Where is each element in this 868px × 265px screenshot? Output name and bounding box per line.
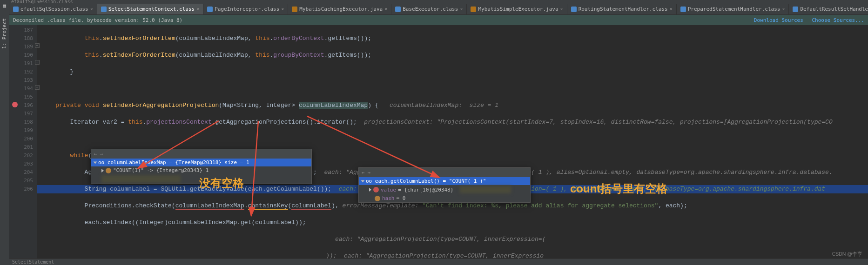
line-number[interactable]: 192 (9, 68, 33, 76)
code-line-191: private void setIndexForAggregationProje… (37, 101, 868, 110)
popup-header[interactable]: oo columnLabelIndexMap = {TreeMap@20318}… (91, 159, 311, 166)
line-number[interactable]: 197 (9, 110, 33, 118)
forward-icon[interactable]: → (100, 151, 103, 157)
editor: 187 188 189 190 191 192 193 194 195 196 … (9, 25, 868, 258)
choose-sources-link[interactable]: Choose Sources... (812, 17, 864, 23)
popup-toolbar[interactable]: ←→ (359, 168, 530, 177)
expand-icon[interactable] (94, 161, 97, 164)
code-line-199: each: "AggregationProjection(type=COUNT,… (37, 235, 868, 244)
line-number[interactable]: 187 (9, 26, 33, 34)
file-icon (571, 7, 577, 12)
code-line-189: } (37, 68, 868, 76)
editor-tabs: efaultSqlSession.class× SelectStatementC… (9, 4, 868, 15)
expand-icon[interactable] (361, 180, 365, 182)
decompiled-banner-text: Decompiled .class file, bytecode version… (13, 17, 182, 23)
breakpoint-icon[interactable] (12, 102, 18, 107)
expand-icon[interactable] (101, 169, 104, 172)
tab-default-result-set-handler[interactable]: DefaultResultSetHandler.class× (789, 4, 868, 14)
line-number[interactable]: 190 (9, 51, 33, 60)
line-number[interactable]: 199 (9, 126, 33, 135)
line-number[interactable]: 200 (9, 135, 33, 143)
watermark: CSDN @李享 (832, 251, 862, 258)
tool-window-project-icon[interactable]: ▦ (3, 3, 6, 9)
line-number[interactable]: 194 (9, 85, 33, 93)
expand-icon[interactable] (369, 188, 371, 192)
code-area[interactable]: this.setIndexForOrderItem(columnLabelInd… (37, 25, 868, 258)
tool-window-strip[interactable]: ▦ 1: Project (0, 0, 9, 265)
debug-tooltip-value[interactable]: ←→ oo each.getColumnLabel() = "COUNT( 1 … (358, 167, 531, 203)
line-number[interactable]: 188 (9, 34, 33, 43)
line-number[interactable]: 193 (9, 76, 33, 85)
popup-row[interactable]: value = {char[10]@20348} (359, 185, 530, 194)
breadcrumb-bar[interactable]: SelectStatement (9, 258, 868, 265)
close-icon[interactable]: × (670, 7, 673, 12)
tab-label: MybatisSimpleExecutor.java (478, 6, 558, 12)
tab-select-statement-context[interactable]: SelectStatementContext.class× (97, 4, 203, 14)
tab-page-interceptor[interactable]: PageInterceptor.class× (203, 4, 288, 14)
tool-window-project-label[interactable]: 1: Project (1, 18, 7, 49)
popup-row[interactable]: hash = 0 (359, 194, 530, 202)
file-icon (207, 7, 213, 12)
close-icon[interactable]: × (460, 7, 463, 12)
close-icon[interactable]: × (384, 7, 387, 12)
close-icon[interactable]: × (560, 7, 563, 12)
close-icon[interactable]: × (281, 7, 284, 12)
popup-row-text: = {char[10]@20348} (398, 187, 453, 193)
tab-prepared-statement-handler[interactable]: PreparedStatementHandler.class× (677, 4, 789, 14)
tab-mybatis-caching-executor[interactable]: MybatisCachingExecutor.java× (288, 4, 391, 14)
line-number[interactable]: 195 (9, 93, 33, 101)
close-icon[interactable]: × (782, 7, 785, 12)
line-number[interactable]: 204 (9, 168, 33, 177)
tab-base-executor[interactable]: BaseExecutor.class× (391, 4, 467, 14)
popup-row-text: "COUNT(1)" -> {Integer@20343} 1 (113, 167, 209, 173)
tab-label: PreparedStatementHandler.class (688, 6, 781, 12)
tab-mybatis-simple-executor[interactable]: MybatisSimpleExecutor.java× (467, 4, 567, 14)
popup-row[interactable]: "COUNT(1)" -> {Integer@20343} 1 (91, 166, 311, 174)
back-icon[interactable]: ← (94, 151, 97, 157)
download-sources-link[interactable]: Download Sources (754, 17, 803, 23)
tab-label: PageInterceptor.class (215, 6, 279, 12)
back-icon[interactable]: ← (362, 170, 365, 176)
field-icon (375, 196, 380, 201)
code-line-193 (37, 135, 868, 143)
decompiled-banner: Decompiled .class file, bytecode version… (9, 15, 868, 25)
code-line-200: )); each: "AggregationProjection(type=CO… (37, 252, 868, 258)
tab-label: SelectStatementContext.class (108, 6, 195, 12)
annotation-left: 没有空格 (199, 176, 244, 191)
tab-label: DefaultResultSetHandler.class (800, 6, 868, 12)
line-number[interactable]: 191 (9, 60, 33, 68)
file-icon (13, 7, 19, 12)
popup-toolbar[interactable]: ←→ (91, 149, 311, 159)
code-line-192: Iterator var2 = this.projectionsContext.… (37, 118, 868, 126)
gutter[interactable]: 187 188 189 190 191 192 193 194 195 196 … (9, 25, 37, 258)
line-number[interactable]: 206 (9, 185, 33, 193)
line-number[interactable]: 189 (9, 43, 33, 51)
line-number[interactable]: 205 (9, 177, 33, 185)
popup-header[interactable]: oo each.getColumnLabel() = "COUNT( 1 )" (359, 177, 530, 185)
code-line-187: this.setIndexForOrderItem(columnLabelInd… (37, 34, 868, 43)
close-icon[interactable]: × (196, 7, 199, 12)
popup-header-text: oo each.getColumnLabel() = "COUNT( 1 )" (366, 178, 486, 184)
code-line-198: each.setIndex((Integer)columnLabelIndexM… (37, 219, 868, 227)
tab-label: efaultSqlSession.class (20, 6, 88, 12)
window-titlebar: efaultSqlSession.class (9, 0, 868, 4)
annotation-right: count括号里有空格 (570, 181, 667, 196)
file-icon (292, 7, 297, 12)
file-icon (101, 7, 107, 12)
line-number[interactable]: 198 (9, 118, 33, 126)
file-icon (680, 7, 686, 12)
line-number[interactable]: 203 (9, 160, 33, 168)
breadcrumb[interactable]: SelectStatement (12, 259, 54, 265)
forward-icon[interactable]: → (368, 170, 371, 176)
line-number[interactable]: 201 (9, 143, 33, 152)
close-icon[interactable]: × (90, 7, 93, 12)
line-number[interactable]: 202 (9, 152, 33, 160)
file-icon (793, 7, 798, 12)
tab-default-sql-session[interactable]: efaultSqlSession.class× (9, 4, 97, 14)
code-line-190 (37, 85, 868, 93)
field-icon (373, 187, 379, 192)
tab-label: MybatisCachingExecutor.java (299, 6, 383, 12)
file-icon (471, 7, 476, 12)
tab-label: RoutingStatementHandler.class (579, 6, 668, 12)
tab-routing-statement-handler[interactable]: RoutingStatementHandler.class× (567, 4, 677, 14)
